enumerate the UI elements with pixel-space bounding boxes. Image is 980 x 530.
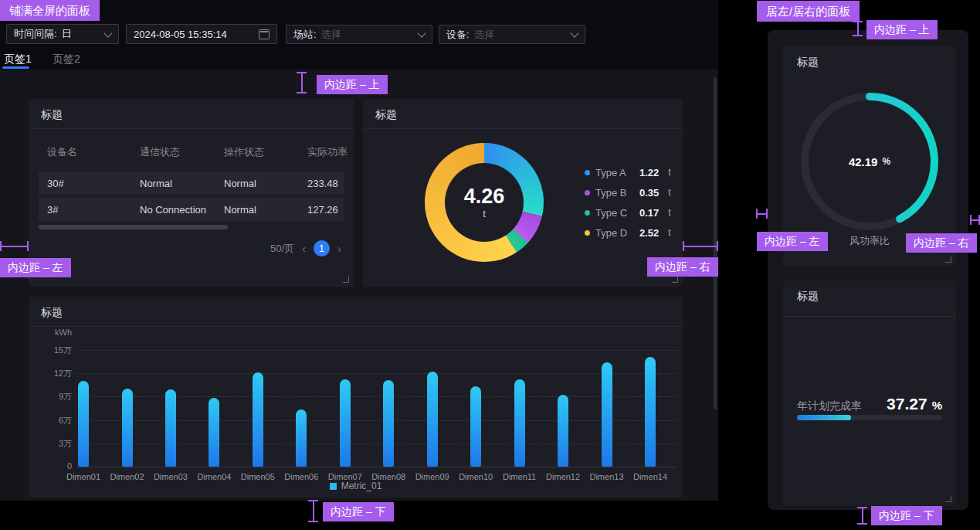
gridline [76,350,677,351]
padding-top-annotation: 内边距 – 上 [866,20,938,39]
legend-dot-icon [585,190,590,195]
dashboard-page: 时间间隔: 日 2024-08-05 15:35:14 场站: 选择 设备: 选… [0,0,980,530]
padding-right-annotation: 内边距 – 右 [647,257,718,277]
table-header-cell: 通信状态 [140,145,180,159]
legend-unit: t [668,227,670,238]
bar [645,357,656,467]
bar [514,379,525,467]
legend-series-label: Metric_01 [341,481,382,491]
table-header-cell: 设备名 [47,145,77,159]
table-cell: Normal [224,204,256,216]
horizontal-scrollbar[interactable] [39,225,228,229]
bar [340,379,351,467]
table-cell: 3# [47,204,58,216]
legend-unit: t [668,167,670,178]
bar [165,389,176,467]
table-cell: Normal [224,178,256,189]
panel-title: 标题 [41,306,63,320]
legend-dot-icon [585,210,590,216]
prev-page-button[interactable]: ‹ [302,243,306,254]
resize-handle-icon[interactable] [672,277,678,283]
resize-handle-icon[interactable] [343,277,349,283]
station-placeholder: 选择 [321,28,341,42]
station-select[interactable]: 场站: 选择 [286,25,432,44]
legend-dot-icon [585,230,590,236]
padding-top-annotation: 内边距 – 上 [317,75,388,94]
bar [253,372,263,467]
metric-row: 年计划完成率 37.27 % [797,395,942,413]
panel-title-divider [363,128,683,129]
panel-title: 标题 [797,290,819,304]
table-header-cell: 实际功率 [307,145,348,159]
table-cell: 233.48 [307,178,338,189]
table-cell: Normal [140,178,172,189]
table-cell: 127.26 [307,204,338,216]
y-axis-tick-label: 12万 [36,368,72,379]
panel-title: 标题 [375,108,397,122]
tab-page1[interactable]: 页签1 [4,53,32,66]
time-interval-value: 日 [62,27,72,41]
padding-right-marker-icon [683,241,718,251]
tab-page2[interactable]: 页签2 [53,53,80,66]
station-label: 场站: [293,28,317,42]
side-panel: 标题 42.19 % 风功率比 [768,30,968,510]
y-axis-tick-label: 9万 [36,391,72,403]
bar [558,395,568,467]
chevron-down-icon [417,29,426,37]
page-size-label: 50/页 [270,242,294,256]
padding-bottom-annotation: 内边距 – 下 [871,506,942,525]
current-page-badge[interactable]: 1 [314,240,330,257]
padding-top-marker-icon [853,21,863,36]
table-cell: 30# [47,178,64,189]
card-divider [783,316,956,317]
legend-value: 0.35 [639,187,659,199]
resize-handle-icon[interactable] [945,257,951,263]
padding-top-marker-icon [297,72,307,93]
resize-handle-icon[interactable] [945,496,951,502]
next-page-button[interactable]: › [337,243,341,254]
device-select[interactable]: 设备: 选择 [439,25,585,44]
bar [296,409,307,467]
gridline [76,373,677,374]
progress-card: 标题 年计划完成率 37.27 % [783,280,956,506]
padding-left-annotation: 内边距 – 左 [0,258,71,277]
datetime-value: 2024-08-05 15:35:14 [134,29,227,40]
table-row: 30#NormalNormal233.48 [39,172,344,195]
y-axis-tick-label: 6万 [36,415,72,426]
calendar-icon [259,29,270,39]
device-label: 设备: [446,28,470,42]
chevron-down-icon [570,29,578,37]
legend-label: Type B [595,187,634,199]
bar [383,380,394,467]
device-table-panel: 标题 设备名通信状态操作状态实际功率 30#NormalNormal233.48… [29,99,354,287]
legend-unit: t [668,187,670,198]
padding-right-annotation: 内边距 – 右 [906,233,977,253]
legend-label: Type A [595,167,634,178]
y-axis-tick-label: 3万 [36,438,72,450]
chart-legend: Metric_01 [29,481,683,491]
padding-bottom-marker-icon [308,500,318,522]
progress-bar [797,415,942,420]
pagination: 50/页 ‹ 1 › [270,240,341,257]
legend-label: Type C [595,207,634,219]
time-interval-select[interactable]: 时间间隔: 日 [6,24,119,44]
datetime-input[interactable]: 2024-08-05 15:35:14 [126,24,277,44]
gauge-unit: % [882,156,890,167]
legend-dot-icon [585,170,590,175]
chevron-down-icon [103,29,112,37]
padding-left-annotation: 内边距 – 左 [757,232,828,251]
side-panel-annotation: 居左/居右的面板 [757,1,860,22]
table-header-cell: 操作状态 [224,145,264,159]
device-placeholder: 选择 [474,28,494,42]
bar [470,386,481,467]
fullscreen-panel-annotation: 铺满全屏的面板 [0,0,100,21]
bar [209,398,219,467]
bar [602,362,612,467]
legend-item: Type B0.35t [585,185,671,200]
progress-bar-fill [797,415,851,420]
bar [78,381,89,467]
padding-bottom-marker-icon [857,507,867,525]
legend-item: Type C0.17t [585,205,671,220]
time-interval-label: 时间间隔: [14,27,57,41]
donut-chart: 4.26 t [425,143,544,262]
